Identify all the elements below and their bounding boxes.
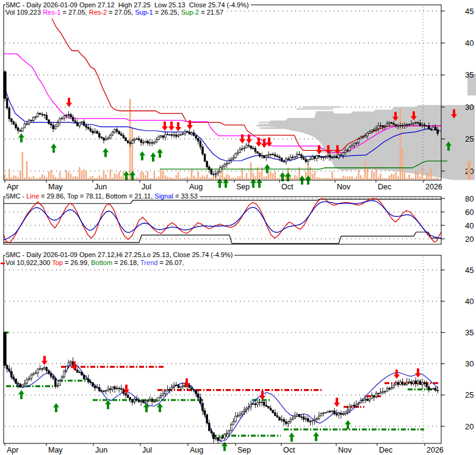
candle-body	[17, 384, 19, 384]
candle-body	[127, 395, 129, 398]
candle-body	[59, 119, 61, 123]
candle-body	[422, 382, 424, 384]
candle-body	[26, 380, 28, 384]
volume-bar	[265, 176, 267, 180]
candle-body	[373, 396, 375, 398]
candle-body	[371, 130, 373, 132]
header-segment: Sup-1	[135, 9, 153, 16]
candle-body	[375, 393, 377, 397]
volume-bar	[48, 172, 49, 180]
volume-bar	[184, 178, 186, 180]
price-panel-subtitle: Vol 109,223 Res-1 = 27.05, Res-2 = 27.05…	[5, 9, 225, 16]
volume-bar	[294, 175, 295, 180]
candle-body	[437, 390, 439, 391]
candle-body	[184, 131, 186, 134]
buy-arrow-icon	[139, 151, 145, 161]
candle-body	[360, 401, 362, 403]
candle-body	[283, 161, 285, 162]
volume-bar	[325, 178, 326, 180]
candle-body	[77, 370, 79, 373]
candle-body	[250, 146, 252, 148]
axis-label: 30	[465, 359, 474, 368]
candle-body	[200, 398, 201, 403]
candle-body	[419, 123, 421, 125]
candle-body	[362, 137, 364, 137]
volume-bar	[118, 172, 120, 180]
volume-bar	[33, 176, 34, 180]
volume-bar	[378, 177, 379, 180]
header-segment: Trend	[140, 259, 157, 266]
candle-body	[88, 379, 90, 382]
volume-bar	[123, 172, 124, 180]
volume-bar	[158, 177, 159, 180]
volume-bar	[246, 173, 247, 180]
candle-body	[334, 156, 336, 157]
candle-body	[187, 131, 189, 133]
volume-bar	[422, 167, 423, 180]
volume-bar	[413, 178, 414, 180]
candle-body	[57, 123, 59, 126]
sell-arrow-icon	[162, 122, 168, 131]
candle-body	[428, 387, 430, 388]
candle-body	[217, 172, 219, 173]
candle-body	[395, 125, 397, 126]
candle-body	[327, 411, 329, 412]
candle-body	[382, 391, 384, 392]
buy-arrow-icon	[53, 403, 59, 412]
volume-bar	[147, 171, 148, 180]
candle-body	[353, 143, 355, 145]
volume-bar	[393, 174, 394, 180]
candle-body	[143, 401, 145, 402]
candle-body	[292, 157, 294, 158]
candle-body	[110, 389, 112, 390]
volume-bar	[191, 169, 192, 180]
candle-body	[264, 402, 265, 405]
month-label: 2026	[425, 183, 442, 191]
candle-body	[235, 417, 237, 422]
candle-body	[312, 157, 314, 159]
candle-body	[268, 155, 270, 155]
candle-body	[275, 413, 276, 416]
volume-bar	[248, 178, 249, 180]
candle-body	[52, 376, 54, 378]
candle-body	[259, 153, 261, 156]
candle-body	[68, 363, 70, 366]
volume-bar	[341, 178, 342, 180]
candle-body	[96, 131, 98, 134]
candle-body	[400, 382, 402, 385]
candle-body	[330, 156, 331, 158]
axis-label: 25	[465, 134, 474, 144]
candle-body	[276, 156, 278, 157]
candle-body	[353, 405, 355, 406]
volume-bar	[156, 178, 157, 180]
volume-bar	[140, 172, 142, 180]
candle-body	[323, 157, 325, 158]
candle-body	[384, 391, 386, 392]
volume-bar	[239, 177, 240, 180]
candle-body	[180, 134, 182, 135]
volume-bar	[195, 178, 197, 180]
volume-bar	[356, 177, 357, 180]
buy-arrow-icon	[18, 133, 24, 142]
volume-bar	[437, 178, 438, 180]
volume-bar	[367, 168, 368, 180]
candle-body	[4, 332, 6, 365]
candle-body	[305, 418, 307, 419]
stock-chart-window: 454035302520AprMayJunJulAugSepOctNovDec2…	[0, 0, 476, 455]
volume-bar	[11, 178, 12, 180]
volume-bar	[13, 175, 14, 180]
volume-bar	[134, 178, 135, 180]
month-label: Aug	[190, 446, 203, 454]
candle-body	[147, 141, 149, 144]
candle-body	[220, 168, 222, 172]
candle-body	[430, 129, 432, 130]
candle-body	[297, 414, 298, 416]
candle-body	[309, 421, 311, 422]
volume-bar	[213, 177, 214, 180]
volume-bar	[297, 177, 298, 180]
candle-body	[22, 385, 24, 387]
volume-bar	[209, 178, 210, 180]
volume-bar	[331, 172, 333, 180]
volume-bar	[217, 178, 218, 180]
candle-body	[15, 124, 17, 128]
